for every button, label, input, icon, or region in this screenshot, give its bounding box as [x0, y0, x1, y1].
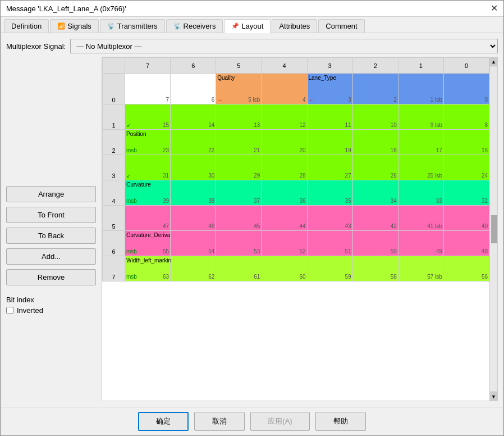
cell-5-7[interactable]: 47 — [125, 206, 171, 231]
cell-1-6[interactable]: 14 — [171, 105, 216, 130]
cell-4-0[interactable]: 32 — [443, 180, 489, 206]
cell-7-6[interactable]: 62 — [171, 256, 216, 281]
tab-receivers[interactable]: 📡 Receivers — [166, 19, 223, 33]
cell-4-4[interactable]: 36 — [262, 180, 307, 206]
table-row: 3 ↙ 31 30 29 28 27 26 25 lsb — [103, 155, 489, 180]
help-button[interactable]: 帮助 — [315, 412, 366, 431]
cell-5-4[interactable]: 44 — [262, 206, 307, 231]
cell-1-7[interactable]: ↙ 15 — [125, 105, 171, 130]
tab-layout-label: Layout — [241, 22, 263, 30]
tab-layout[interactable]: 📌 Layout — [224, 19, 271, 33]
cell-1-3[interactable]: 11 — [307, 105, 352, 130]
cell-6-5[interactable]: 53 — [216, 231, 262, 256]
cell-0-6[interactable]: 6 — [171, 74, 216, 105]
cell-6-3[interactable]: 51 — [307, 231, 352, 256]
cell-6-2[interactable]: 50 — [352, 231, 398, 256]
cell-7-3[interactable]: 59 — [307, 256, 352, 281]
cell-3-3[interactable]: 27 — [307, 155, 352, 180]
cell-2-0[interactable]: 16 — [443, 130, 489, 155]
scrollbar[interactable]: ▲ ▼ — [489, 57, 497, 401]
cell-5-1[interactable]: 41 lsb — [398, 206, 443, 231]
cell-2-2[interactable]: 18 — [352, 130, 398, 155]
cell-1-4[interactable]: 12 — [262, 105, 307, 130]
cell-3-2[interactable]: 26 — [352, 155, 398, 180]
tab-definition[interactable]: Definition — [4, 19, 49, 33]
cell-3-4[interactable]: 28 — [262, 155, 307, 180]
cell-0-5[interactable]: Quality ← 5 lsb — [216, 74, 262, 105]
tab-attributes[interactable]: Attributes — [272, 19, 317, 33]
cancel-button[interactable]: 取消 — [194, 412, 245, 431]
cell-3-5[interactable]: 29 — [216, 155, 262, 180]
table-row: 4 Curvature msb 39 38 37 36 35 3 — [103, 180, 489, 206]
cell-5-5[interactable]: 45 — [216, 206, 262, 231]
grid-scroll-area[interactable]: 7 6 5 4 3 2 1 0 — [102, 57, 497, 401]
cell-4-3[interactable]: 35 — [307, 180, 352, 206]
cell-0-1[interactable]: 1 lsb — [398, 74, 443, 105]
cell-3-7[interactable]: ↙ 31 — [125, 155, 171, 180]
arrange-button[interactable]: Arrange — [6, 186, 96, 202]
row-header-5: 5 — [103, 206, 125, 231]
cell-7-0[interactable]: 56 — [443, 256, 489, 281]
tab-comment[interactable]: Comment — [318, 19, 364, 33]
confirm-button[interactable]: 确定 — [138, 412, 189, 431]
cell-1-2[interactable]: 10 — [352, 105, 398, 130]
corner-header — [103, 58, 125, 74]
cell-3-6[interactable]: 30 — [171, 155, 216, 180]
cell-0-7[interactable]: 7 — [125, 74, 171, 105]
tab-definition-label: Definition — [11, 22, 42, 30]
cell-7-2[interactable]: 58 — [352, 256, 398, 281]
cell-5-6[interactable]: 46 — [171, 206, 216, 231]
tab-transmitters[interactable]: 📡 Transmitters — [100, 19, 165, 33]
cell-3-1[interactable]: 25 lsb — [398, 155, 443, 180]
cell-0-2[interactable]: 2 — [352, 74, 398, 105]
multiplexor-select[interactable]: — No Multiplexor — — [70, 39, 498, 53]
receivers-icon: 📡 — [173, 22, 181, 30]
to-front-button[interactable]: To Front — [6, 207, 96, 223]
cell-2-3[interactable]: 19 — [307, 130, 352, 155]
to-back-button[interactable]: To Back — [6, 228, 96, 244]
cell-6-7[interactable]: Curvature_Derivative msb 55 — [125, 231, 171, 256]
cell-1-0[interactable]: 8 — [443, 105, 489, 130]
tab-signals[interactable]: 📶 Signals — [50, 19, 99, 33]
col-header-1: 1 — [398, 58, 443, 74]
cell-4-2[interactable]: 34 — [352, 180, 398, 206]
cell-2-6[interactable]: 22 — [171, 130, 216, 155]
cell-5-0[interactable]: 40 — [443, 206, 489, 231]
cell-6-0[interactable]: 48 — [443, 231, 489, 256]
inverted-checkbox[interactable] — [6, 307, 13, 314]
cell-7-7[interactable]: Width_left_marking msb 63 — [125, 256, 171, 281]
signals-icon: 📶 — [57, 22, 65, 30]
cell-0-4[interactable]: 4 — [262, 74, 307, 105]
cell-3-0[interactable]: 24 — [443, 155, 489, 180]
cell-2-5[interactable]: 21 — [216, 130, 262, 155]
cell-7-5[interactable]: 61 — [216, 256, 262, 281]
cell-6-4[interactable]: 52 — [262, 231, 307, 256]
cell-2-1[interactable]: 17 — [398, 130, 443, 155]
cell-5-3[interactable]: 43 — [307, 206, 352, 231]
layout-grid-container: ▲ ▼ 7 6 5 4 — [102, 57, 498, 401]
cell-4-1[interactable]: 33 — [398, 180, 443, 206]
cell-6-6[interactable]: 54 — [171, 231, 216, 256]
cell-1-1[interactable]: 9 lsb — [398, 105, 443, 130]
close-button[interactable]: ✕ — [491, 4, 498, 13]
cell-4-7[interactable]: Curvature msb 39 — [125, 180, 171, 206]
remove-button[interactable]: Remove — [6, 269, 96, 285]
cell-7-1[interactable]: 57 lsb — [398, 256, 443, 281]
cell-6-1[interactable]: 49 — [398, 231, 443, 256]
cell-4-6[interactable]: 38 — [171, 180, 216, 206]
cell-1-5[interactable]: 13 — [216, 105, 262, 130]
cell-0-0[interactable]: 0 — [443, 74, 489, 105]
col-header-2: 2 — [352, 58, 398, 74]
bottom-bar: 确定 取消 应用(A) 帮助 — [1, 407, 503, 435]
apply-button[interactable]: 应用(A) — [250, 412, 309, 431]
add-button[interactable]: Add... — [6, 248, 96, 265]
cell-7-4[interactable]: 60 — [262, 256, 307, 281]
cell-5-2[interactable]: 42 — [352, 206, 398, 231]
cell-2-7[interactable]: Position msb 23 — [125, 130, 171, 155]
col-header-3: 3 — [307, 58, 352, 74]
cell-0-3[interactable]: Lane_Type ← 3 — [307, 74, 352, 105]
width-left-label: Width_left_marking — [126, 257, 175, 264]
table-row: 7 Width_left_marking msb 63 62 61 60 59 — [103, 256, 489, 281]
cell-2-4[interactable]: 20 — [262, 130, 307, 155]
cell-4-5[interactable]: 37 — [216, 180, 262, 206]
